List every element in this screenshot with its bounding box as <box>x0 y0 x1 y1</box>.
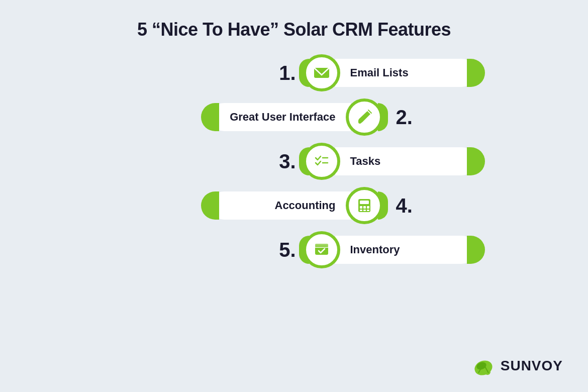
icon-circle-4 <box>346 187 383 224</box>
feature-label-1: Email Lists <box>350 66 409 79</box>
logo-area: SUNVOY <box>471 354 563 378</box>
icon-circle-1 <box>303 54 340 91</box>
pill-bar-2: Great User Interface <box>210 103 351 131</box>
number-3: 3. <box>268 150 296 173</box>
feature-row-5: 5. Inventory <box>113 231 476 268</box>
number-1: 1. <box>268 62 296 84</box>
number-5: 5. <box>268 239 296 261</box>
svg-rect-6 <box>360 206 362 209</box>
pill-bar-4: Accounting <box>210 191 351 220</box>
icon-circle-5 <box>303 231 340 268</box>
svg-rect-14 <box>315 244 328 247</box>
feature-label-3: Tasks <box>350 155 381 168</box>
svg-rect-8 <box>367 206 369 209</box>
feature-label-5: Inventory <box>350 243 400 256</box>
feature-row-2: Great User Interface 2. <box>165 99 424 136</box>
number-2: 2. <box>396 106 424 129</box>
logo-text: SUNVOY <box>501 358 563 374</box>
svg-point-1 <box>358 121 361 124</box>
feature-label-4: Accounting <box>275 199 336 212</box>
svg-rect-10 <box>360 210 362 211</box>
feature-row-1: 1. Email Lists <box>113 54 476 91</box>
svg-rect-11 <box>363 210 366 211</box>
icon-circle-2 <box>346 99 383 136</box>
svg-rect-12 <box>367 210 369 211</box>
sunvoy-logo-icon <box>471 354 496 378</box>
pill-bar-3: Tasks <box>335 147 476 175</box>
page-title: 5 “Nice To Have” Solar CRM Features <box>137 19 451 40</box>
feature-label-2: Great User Interface <box>230 111 335 124</box>
svg-rect-7 <box>363 206 366 209</box>
feature-row-3: 3. Tasks <box>113 143 476 180</box>
pill-bar-1: Email Lists <box>335 59 476 87</box>
feature-row-4: Accounting 4. <box>165 187 424 224</box>
features-container: 1. Email Lists <box>0 54 588 268</box>
icon-circle-3 <box>303 143 340 180</box>
svg-rect-5 <box>360 201 369 204</box>
pill-bar-5: Inventory <box>335 236 476 264</box>
number-4: 4. <box>396 194 424 217</box>
